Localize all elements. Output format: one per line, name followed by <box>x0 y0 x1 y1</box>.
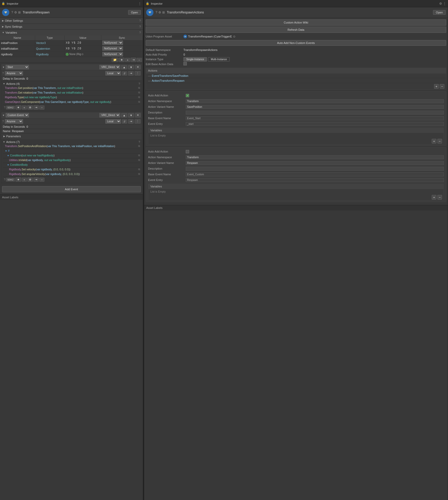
vars-remove-btn-1[interactable]: − <box>437 139 442 143</box>
event-entry-input-1[interactable] <box>186 122 444 126</box>
custom-star-btn[interactable]: ★ <box>16 177 21 182</box>
custom-copy-velocity[interactable]: ⧉ <box>138 168 140 171</box>
left-open-button[interactable]: Open <box>128 10 141 15</box>
start-event-anyone-select[interactable]: Anyone <box>5 71 23 75</box>
base-event-input-1[interactable] <box>186 116 444 120</box>
custom-copy-condition[interactable]: ⧉ <box>138 154 140 157</box>
custom-event-arr-btn[interactable]: ⇥ <box>128 119 134 124</box>
actions-list-remove-btn[interactable]: − <box>440 84 444 89</box>
sync-select-position[interactable]: NotSynced <box>102 41 123 45</box>
auto-add-priority-value: 0 <box>183 52 446 57</box>
description-label-2: Description <box>148 167 184 170</box>
start-event-vrc-select[interactable]: VRC_Direct <box>99 65 120 69</box>
udon-circle-icon[interactable]: ⊙ <box>233 35 235 38</box>
copy-icon-3[interactable]: ⧉ <box>138 96 140 99</box>
start-event-row2: ? Anyone Local // ⇥ ⋮ <box>1 70 142 77</box>
custom-sdk2-btn[interactable]: SDK2 <box>6 178 15 181</box>
variables-header[interactable]: ▼ Variables ? <box>0 30 143 35</box>
auto-add-non-custom-button[interactable]: Auto Add Non-Custom Events <box>146 40 446 46</box>
other-settings-section: ▶ Other Settings ? <box>0 18 143 24</box>
custom-actions-toolbar: ? SDK2 ★ + ⊕ ⇥ − <box>3 177 140 182</box>
start-event-more-btn[interactable]: ⋮ <box>135 71 141 75</box>
edit-base-action-checkbox[interactable] <box>183 62 187 65</box>
start-event-arr-btn[interactable]: ⇥ <box>128 71 134 75</box>
start-event-up-btn[interactable]: ▲ <box>121 65 127 69</box>
var-link-btn[interactable]: ⇥ <box>131 58 136 62</box>
auto-add-action-checkbox-1[interactable]: ✓ <box>186 94 189 97</box>
right-more-icon[interactable]: ⋮ <box>443 2 446 5</box>
action-namespace-input-2[interactable] <box>186 155 444 159</box>
custom-event-down-btn[interactable]: ▼ <box>128 113 134 117</box>
custom-event-vrc-select[interactable]: VRC_Direct <box>99 113 120 117</box>
var-value-initial-position: X 0 Y 5 Z 0 <box>65 40 101 46</box>
sync-settings-triangle: ▶ <box>2 25 4 28</box>
custom-copy-angular[interactable]: ⧉ <box>138 172 140 176</box>
more-icon-left[interactable]: ⋮ <box>138 2 141 5</box>
actions-list-add-btn[interactable]: + <box>434 84 439 89</box>
var-folder-btn[interactable]: 📁 <box>112 58 118 62</box>
other-settings-label: Other Settings <box>5 19 138 22</box>
multi-instance-btn[interactable]: Multi-Instance <box>208 57 230 62</box>
description-input-2[interactable] <box>186 167 444 171</box>
sync-settings-header[interactable]: ▶ Sync Settings ? <box>0 24 143 29</box>
sync-select-rotation[interactable]: NotSynced <box>102 46 123 51</box>
z-val-rot: 0 <box>80 47 83 50</box>
custom-event-more-btn[interactable]: ⋮ <box>135 119 141 124</box>
component-icon-left <box>2 9 9 16</box>
auto-add-action-checkbox-2[interactable] <box>186 150 189 153</box>
wiki-button[interactable]: Custom Action Wiki <box>146 19 446 26</box>
custom-event-close-btn[interactable]: ✕ <box>135 113 141 117</box>
action-variant-input-1[interactable] <box>186 105 444 109</box>
custom-actions-help: ? <box>138 140 140 143</box>
base-event-input-2[interactable] <box>186 172 444 176</box>
variables-toolbar: 📁 ★ + ⇥ − <box>0 57 143 63</box>
custom-event-type-select[interactable]: Custom Event <box>6 113 29 117</box>
start-star-btn[interactable]: ★ <box>16 105 21 110</box>
start-event-triangle: ▼ <box>2 66 5 69</box>
description-input-1[interactable] <box>186 111 444 115</box>
var-remove-btn[interactable]: − <box>137 58 142 62</box>
custom-plus-btn[interactable]: + <box>22 178 27 182</box>
start-event-down-btn[interactable]: ▼ <box>128 65 134 69</box>
add-event-button[interactable]: Add Event <box>2 186 141 192</box>
copy-icon-4[interactable]: ⧉ <box>138 100 140 103</box>
copy-icon-2[interactable]: ⧉ <box>138 91 140 94</box>
single-instance-btn[interactable]: Single-Instance <box>183 57 207 62</box>
refresh-button[interactable]: Refresh Data <box>146 27 446 33</box>
start-link-btn[interactable]: ⇥ <box>33 105 39 110</box>
right-settings-icon[interactable]: ⚙ <box>439 2 442 5</box>
custom-copy-isvalid[interactable]: ⧉ <box>138 158 140 162</box>
custom-event-slash-btn[interactable]: // <box>122 119 127 124</box>
custom-event-local-select[interactable]: Local <box>105 119 121 124</box>
start-multi-btn[interactable]: ⊕ <box>27 105 33 110</box>
right-open-button[interactable]: Open <box>433 10 446 15</box>
vars-remove-btn-2[interactable]: − <box>437 195 442 200</box>
custom-params-header[interactable]: ▶ Parameters <box>1 133 142 139</box>
action-namespace-input-1[interactable] <box>186 99 444 103</box>
custom-action-text-1: Transform.SetPositionAndRotation(var Thi… <box>5 145 137 148</box>
custom-minus-btn[interactable]: − <box>39 178 44 182</box>
other-settings-header[interactable]: ▶ Other Settings ? <box>0 18 143 24</box>
custom-copy-1[interactable]: ⧉ <box>138 145 140 148</box>
vars-add-btn-2[interactable]: + <box>432 195 436 200</box>
custom-multi-btn[interactable]: ⊕ <box>27 177 33 182</box>
event-entry-input-2[interactable] <box>186 178 444 182</box>
start-actions-help: ? <box>138 82 140 85</box>
start-event-type-select[interactable]: Start <box>6 65 29 69</box>
var-star-btn[interactable]: ★ <box>119 58 125 62</box>
custom-link-btn[interactable]: ⇥ <box>33 177 39 182</box>
action-variant-input-2[interactable] <box>186 161 444 165</box>
start-event-close-btn[interactable]: ✕ <box>135 65 141 69</box>
start-plus-btn[interactable]: + <box>22 105 27 110</box>
start-event-local-select[interactable]: Local <box>105 71 121 75</box>
custom-event-anyone-select[interactable]: Anyone <box>5 119 23 124</box>
var-add-btn[interactable]: + <box>125 58 130 62</box>
vars-add-btn-1[interactable]: + <box>432 139 436 143</box>
right-asset-labels: Asset Labels <box>144 205 448 210</box>
start-minus-btn[interactable]: − <box>39 105 44 110</box>
copy-icon-1[interactable]: ⧉ <box>138 86 140 89</box>
sync-select-rigidbody[interactable]: NotSynced <box>102 52 123 56</box>
custom-event-up-btn[interactable]: ▲ <box>121 113 127 117</box>
start-sdk2-btn[interactable]: SDK2 <box>6 106 15 109</box>
start-event-slash-btn[interactable]: // <box>122 71 127 75</box>
